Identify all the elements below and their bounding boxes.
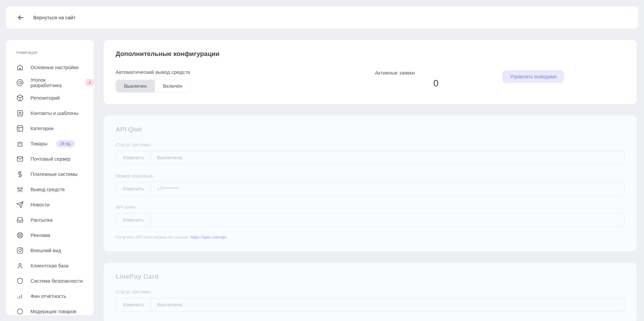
sidebar-item-payment-systems[interactable]: Платежные системы <box>6 166 94 182</box>
auto-withdraw-label: Автоматический вывод средств <box>116 69 191 75</box>
system-status-value: Выключена <box>151 151 182 164</box>
back-button[interactable] <box>17 14 24 21</box>
toggle-off-button[interactable]: Выключен <box>116 80 155 92</box>
sidebar-item-label: Клиентская база <box>31 263 68 268</box>
sidebar-item-label: Уголок разработчика <box>31 77 77 88</box>
sidebar-item-label: Новости <box>31 202 49 207</box>
footnote-text: Получить API ключ можно по ссылке: <box>116 235 189 240</box>
sidebar-item-label: Контакты и шаблоны <box>31 111 78 116</box>
sidebar-item-main-settings[interactable]: Основные настройки <box>6 60 94 75</box>
qiwi-api-link[interactable]: https://qiwi.com/api <box>190 235 226 240</box>
camera-icon <box>16 247 24 254</box>
sidebar-item-label: Товары <box>31 141 47 146</box>
manage-withdrawals-button[interactable]: Управлять выводами <box>502 70 564 83</box>
linepay-title: LinePay Card <box>116 273 625 280</box>
sidebar-item-label: Система безопасности <box>31 278 83 284</box>
mail-icon <box>16 155 24 163</box>
system-status-value: Выключена <box>151 298 182 311</box>
back-to-site-link[interactable]: Вернуться на сайт <box>33 15 76 20</box>
dollar-icon <box>16 170 24 178</box>
sidebar-item-label: Внешний вид <box>31 248 61 253</box>
sidebar-item-label: Модерация товаров <box>31 309 76 314</box>
edit-button[interactable]: Изменить <box>116 182 151 195</box>
api-key-label: API ключ <box>116 204 625 210</box>
sidebar-item-developer-corner[interactable]: Уголок разработчика i <box>6 75 94 90</box>
layout-icon <box>16 125 24 132</box>
api-key-value <box>151 214 157 226</box>
bar-chart-icon <box>16 293 24 300</box>
inbox-icon <box>16 216 24 224</box>
sidebar-item-label: Платежные системы <box>31 172 78 177</box>
sliders-icon <box>16 186 24 193</box>
sidebar-item-mail-server[interactable]: Почтовый сервер <box>6 151 94 166</box>
sidebar-item-withdrawals[interactable]: Вывод средств <box>6 182 94 197</box>
user-icon <box>16 262 24 269</box>
sidebar-item-newsletter[interactable]: Рассылка <box>6 212 94 227</box>
shield-icon <box>16 277 24 285</box>
at-sign-icon <box>16 79 24 86</box>
api-key-footnote: Получить API ключ можно по ссылке: https… <box>116 235 625 240</box>
box-icon <box>16 94 24 102</box>
sidebar-item-repository[interactable]: Репозиторий <box>6 90 94 105</box>
auto-withdraw-group: Автоматический вывод средств Выключен Вк… <box>116 69 191 93</box>
edit-button[interactable]: Изменить <box>116 151 151 164</box>
sidebar-item-label: Основные настройки <box>31 65 78 70</box>
system-status-label: Статус системы <box>116 142 625 147</box>
sidebar-item-categories[interactable]: Категории <box>6 121 94 136</box>
active-requests-label: Активные заявки <box>375 70 497 76</box>
active-requests-count: 0 <box>375 78 497 89</box>
sidebar-item-label: Почтовый сервер <box>31 156 71 162</box>
lifebuoy-icon <box>16 232 24 239</box>
toggle-on-button[interactable]: Включён <box>155 80 190 92</box>
sidebar-item-client-base[interactable]: Клиентская база <box>6 258 94 273</box>
wallet-number-field: Изменить +7********* <box>116 182 625 196</box>
sidebar-section-header: Навигация <box>6 45 94 60</box>
sidebar-item-label: Категории <box>31 126 54 131</box>
system-status-label: Статус системы <box>116 289 625 295</box>
count-badge: 16 ед. <box>56 140 75 147</box>
sidebar-item-label: Реклама <box>31 233 50 238</box>
api-qiwi-card: API Qiwi Статус системы Изменить Выключе… <box>104 116 637 251</box>
linepay-card: LinePay Card Статус системы Изменить Вык… <box>104 263 637 321</box>
circle-icon <box>16 308 24 315</box>
edit-button[interactable]: Изменить <box>116 298 151 311</box>
main-content: Дополнительные конфигурации Автоматическ… <box>104 40 637 321</box>
sidebar-item-news[interactable]: Новости <box>6 197 94 212</box>
api-key-field: Изменить <box>116 213 625 227</box>
sidebar-item-label: Рассылка <box>31 217 53 223</box>
sidebar-item-advertising[interactable]: Реклама <box>6 227 94 243</box>
arrow-left-icon <box>17 14 24 21</box>
sidebar-item-label: Вывод средств <box>31 187 65 192</box>
sidebar-item-label: Фин отчётность <box>31 294 66 299</box>
sidebar-item-label: Репозиторий <box>31 95 60 101</box>
info-badge: i <box>85 79 94 86</box>
wallet-number-value: +7********* <box>151 182 179 195</box>
api-qiwi-title: API Qiwi <box>116 126 625 133</box>
shopping-bag-icon <box>16 140 24 147</box>
auto-withdraw-toggle: Выключен Включён <box>116 80 191 93</box>
sidebar-item-fin-reports[interactable]: Фин отчётность <box>6 288 94 304</box>
sidebar-item-security[interactable]: Система безопасности <box>6 273 94 288</box>
page-title: Дополнительные конфигурации <box>116 50 625 58</box>
edit-button[interactable]: Изменить <box>116 214 151 226</box>
active-requests-group: Активные заявки 0 <box>375 70 497 89</box>
system-status-field: Изменить Выключена <box>116 298 625 312</box>
sidebar-item-contacts-templates[interactable]: Контакты и шаблоны <box>6 105 94 121</box>
contact-card-icon <box>16 109 24 117</box>
sidebar-item-appearance[interactable]: Внешний вид <box>6 243 94 258</box>
sidebar: Навигация Основные настройки Уголок разр… <box>6 40 94 315</box>
sidebar-item-products[interactable]: Товары 16 ед. <box>6 136 94 151</box>
system-status-field: Изменить Выключена <box>116 151 625 164</box>
home-icon <box>16 64 24 71</box>
topbar: Вернуться на сайт <box>6 6 638 29</box>
sidebar-item-product-moderation[interactable]: Модерация товаров <box>6 304 94 315</box>
wallet-number-label: Номер кошелька <box>116 173 625 179</box>
send-icon <box>16 201 24 208</box>
additional-configurations-card: Дополнительные конфигурации Автоматическ… <box>104 40 637 104</box>
